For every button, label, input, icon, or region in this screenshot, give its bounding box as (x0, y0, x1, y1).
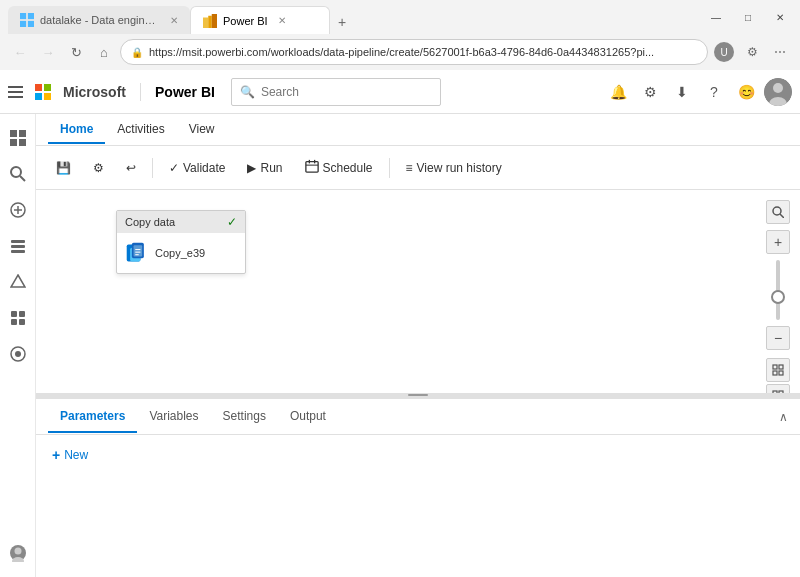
svg-rect-10 (10, 130, 17, 137)
drag-dot (408, 394, 428, 396)
close-button[interactable]: ✕ (764, 6, 796, 28)
more-icon[interactable]: ⋯ (768, 40, 792, 64)
validate-button[interactable]: ✓ Validate (161, 157, 233, 179)
back-button[interactable]: ← (8, 40, 32, 64)
fit-to-screen-button[interactable] (766, 358, 790, 382)
svg-rect-19 (11, 240, 25, 243)
learn-icon (10, 346, 26, 362)
address-bar[interactable]: 🔒 (120, 39, 708, 65)
avatar-image (764, 78, 792, 106)
browser-tab-1[interactable]: datalake - Data engineering ✕ (8, 6, 190, 34)
sidebar-item-learn[interactable] (2, 338, 34, 370)
save-button[interactable]: 💾 (48, 157, 79, 179)
svg-rect-45 (773, 365, 777, 369)
ribbon-nav: Home Activities View (36, 114, 800, 146)
notification-icon[interactable]: 🔔 (604, 78, 632, 106)
svg-point-14 (11, 167, 21, 177)
download-icon[interactable]: ⬇ (668, 78, 696, 106)
svg-rect-4 (203, 17, 208, 28)
hamburger-icon[interactable] (8, 86, 23, 98)
ribbon-tab-view[interactable]: View (177, 116, 227, 144)
sidebar-item-home[interactable] (2, 122, 34, 154)
sidebar-item-workspaces[interactable] (2, 302, 34, 334)
header-search-box[interactable]: 🔍 (231, 78, 441, 106)
history-icon: ≡ (406, 161, 413, 175)
new-parameter-button[interactable]: + New (48, 443, 788, 467)
activity-check-icon: ✓ (227, 215, 237, 229)
forward-button[interactable]: → (36, 40, 60, 64)
tab2-close[interactable]: ✕ (278, 15, 286, 26)
activity-card-name: Copy_e39 (155, 247, 205, 259)
extensions-icon[interactable]: ⚙ (740, 40, 764, 64)
bottom-panel: Parameters Variables Settings Output ∧ +… (36, 397, 800, 577)
bottom-tab-settings[interactable]: Settings (211, 401, 278, 433)
undo-button[interactable]: ↩ (118, 157, 144, 179)
profile-icon[interactable]: U (712, 40, 736, 64)
home-button[interactable]: ⌂ (92, 40, 116, 64)
svg-point-8 (773, 83, 783, 93)
schedule-button[interactable]: Schedule (297, 155, 381, 180)
bottom-tab-output[interactable]: Output (278, 401, 338, 433)
zoom-in-button[interactable]: + (766, 230, 790, 254)
user-avatar[interactable] (764, 78, 792, 106)
new-label: New (64, 448, 88, 462)
pipeline-settings-button[interactable]: ⚙ (85, 157, 112, 179)
bottom-tab-variables[interactable]: Variables (137, 401, 210, 433)
ms-yellow (44, 93, 51, 100)
calendar-icon (305, 159, 319, 173)
grid-view-button[interactable] (766, 384, 790, 393)
browser-tab-2[interactable]: Power BI ✕ (190, 6, 330, 34)
run-label: Run (260, 161, 282, 175)
svg-rect-5 (208, 15, 212, 27)
activity-card-copy[interactable]: Copy data ✓ (116, 210, 246, 274)
tab1-close[interactable]: ✕ (170, 15, 178, 26)
zoom-slider[interactable] (776, 260, 780, 320)
bottom-tab-parameters[interactable]: Parameters (48, 401, 137, 433)
search-canvas-icon[interactable] (766, 200, 790, 224)
feedback-icon[interactable]: 😊 (732, 78, 760, 106)
search-icon: 🔍 (240, 85, 255, 99)
search-input[interactable] (261, 85, 411, 99)
sidebar (0, 114, 36, 577)
zoom-handle[interactable] (771, 290, 785, 304)
maximize-button[interactable]: □ (732, 6, 764, 28)
magnify-icon (772, 206, 784, 218)
user-avatar-browser: U (714, 42, 734, 62)
svg-line-15 (20, 176, 25, 181)
ribbon-tab-activities[interactable]: Activities (105, 116, 176, 144)
svg-rect-25 (11, 319, 17, 325)
avatar-svg (764, 78, 792, 106)
sidebar-item-create[interactable] (2, 194, 34, 226)
svg-point-43 (773, 207, 781, 215)
browser-chrome: datalake - Data engineering ✕ Power BI ✕… (0, 0, 800, 34)
sidebar-item-browse[interactable] (2, 230, 34, 262)
settings-icon[interactable]: ⚙ (636, 78, 664, 106)
minimize-button[interactable]: — (700, 6, 732, 28)
sidebar-item-search[interactable] (2, 158, 34, 190)
search-icon-sidebar (10, 166, 26, 182)
tab1-favicon (20, 13, 34, 27)
zoom-out-button[interactable]: − (766, 326, 790, 350)
activity-card-title: Copy data (125, 216, 175, 228)
validate-icon: ✓ (169, 161, 179, 175)
copy-data-icon (125, 241, 149, 265)
window-controls: — □ ✕ (696, 0, 800, 34)
svg-rect-6 (212, 14, 217, 28)
lock-icon: 🔒 (131, 47, 143, 58)
toolbar-sep-2 (389, 158, 390, 178)
run-button[interactable]: ▶ Run (239, 157, 290, 179)
new-tab-button[interactable]: + (330, 10, 354, 34)
ribbon-tab-home[interactable]: Home (48, 116, 105, 144)
help-icon[interactable]: ? (700, 78, 728, 106)
svg-rect-2 (20, 21, 26, 27)
sidebar-item-onelake[interactable] (2, 266, 34, 298)
url-input[interactable] (149, 46, 697, 58)
sidebar-item-profile[interactable] (2, 537, 34, 569)
refresh-button[interactable]: ↻ (64, 40, 88, 64)
view-run-history-button[interactable]: ≡ View run history (398, 157, 510, 179)
svg-rect-48 (779, 371, 783, 375)
pipeline-settings-icon: ⚙ (93, 161, 104, 175)
activity-card-header: Copy data ✓ (117, 211, 245, 233)
browse-icon (10, 238, 26, 254)
collapse-panel-button[interactable]: ∧ (779, 410, 788, 424)
